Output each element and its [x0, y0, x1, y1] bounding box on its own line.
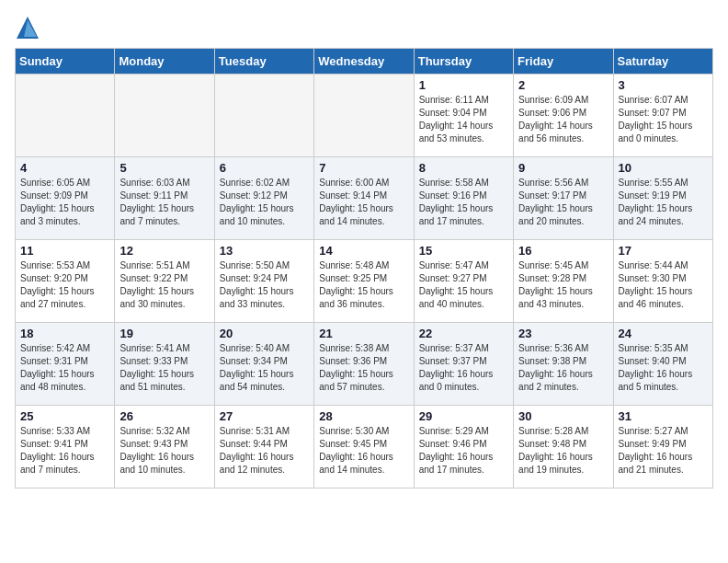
- calendar-cell: 28Sunrise: 5:30 AM Sunset: 9:45 PM Dayli…: [314, 406, 414, 488]
- day-number: 22: [419, 327, 508, 340]
- calendar-cell: 13Sunrise: 5:50 AM Sunset: 9:24 PM Dayli…: [214, 240, 313, 323]
- day-number: 17: [619, 244, 708, 258]
- day-info: Sunrise: 5:41 AM Sunset: 9:33 PM Dayligh…: [119, 342, 209, 394]
- day-info: Sunrise: 5:38 AM Sunset: 9:36 PM Dayligh…: [319, 342, 408, 394]
- calendar-week-row: 1Sunrise: 6:11 AM Sunset: 9:04 PM Daylig…: [16, 75, 713, 157]
- calendar-cell: 18Sunrise: 5:42 AM Sunset: 9:31 PM Dayli…: [16, 323, 115, 406]
- weekday-header: Thursday: [414, 49, 513, 75]
- day-number: 23: [518, 327, 608, 340]
- day-info: Sunrise: 5:48 AM Sunset: 9:25 PM Dayligh…: [319, 259, 408, 311]
- calendar-cell: 3Sunrise: 6:07 AM Sunset: 9:07 PM Daylig…: [613, 75, 712, 157]
- day-info: Sunrise: 5:40 AM Sunset: 9:34 PM Dayligh…: [220, 342, 309, 394]
- day-info: Sunrise: 6:05 AM Sunset: 9:09 PM Dayligh…: [20, 177, 109, 228]
- day-info: Sunrise: 5:28 AM Sunset: 9:48 PM Dayligh…: [518, 425, 608, 477]
- calendar-cell: 5Sunrise: 6:03 AM Sunset: 9:11 PM Daylig…: [115, 157, 214, 240]
- calendar-cell: 29Sunrise: 5:29 AM Sunset: 9:46 PM Dayli…: [414, 406, 513, 488]
- day-number: 31: [619, 409, 708, 423]
- day-number: 2: [518, 78, 608, 92]
- calendar-cell: [314, 75, 414, 157]
- day-info: Sunrise: 5:45 AM Sunset: 9:28 PM Dayligh…: [518, 259, 608, 311]
- day-number: 26: [119, 409, 209, 423]
- calendar-cell: 26Sunrise: 5:32 AM Sunset: 9:43 PM Dayli…: [115, 406, 214, 488]
- day-number: 28: [319, 409, 408, 423]
- day-number: 20: [220, 327, 309, 340]
- day-info: Sunrise: 5:35 AM Sunset: 9:40 PM Dayligh…: [619, 342, 708, 394]
- weekday-header: Tuesday: [214, 49, 313, 75]
- day-number: 14: [319, 244, 408, 258]
- day-info: Sunrise: 5:36 AM Sunset: 9:38 PM Dayligh…: [518, 342, 608, 394]
- calendar-cell: 7Sunrise: 6:00 AM Sunset: 9:14 PM Daylig…: [314, 157, 414, 240]
- day-info: Sunrise: 5:29 AM Sunset: 9:46 PM Dayligh…: [419, 425, 508, 477]
- calendar-cell: 20Sunrise: 5:40 AM Sunset: 9:34 PM Dayli…: [214, 323, 313, 406]
- calendar-cell: 23Sunrise: 5:36 AM Sunset: 9:38 PM Dayli…: [514, 323, 613, 406]
- calendar-header-row: SundayMondayTuesdayWednesdayThursdayFrid…: [16, 49, 713, 75]
- day-info: Sunrise: 5:33 AM Sunset: 9:41 PM Dayligh…: [20, 425, 109, 477]
- calendar-week-row: 4Sunrise: 6:05 AM Sunset: 9:09 PM Daylig…: [16, 157, 713, 240]
- day-info: Sunrise: 6:00 AM Sunset: 9:14 PM Dayligh…: [319, 177, 408, 228]
- day-info: Sunrise: 5:42 AM Sunset: 9:31 PM Dayligh…: [20, 342, 109, 394]
- weekday-header: Wednesday: [314, 49, 414, 75]
- calendar-cell: 11Sunrise: 5:53 AM Sunset: 9:20 PM Dayli…: [16, 240, 115, 323]
- day-info: Sunrise: 5:51 AM Sunset: 9:22 PM Dayligh…: [119, 259, 209, 311]
- day-number: 24: [619, 327, 708, 340]
- day-info: Sunrise: 5:58 AM Sunset: 9:16 PM Dayligh…: [419, 177, 508, 228]
- day-info: Sunrise: 5:44 AM Sunset: 9:30 PM Dayligh…: [619, 259, 708, 311]
- day-number: 29: [419, 409, 508, 423]
- calendar-cell: 24Sunrise: 5:35 AM Sunset: 9:40 PM Dayli…: [613, 323, 712, 406]
- day-number: 5: [119, 161, 209, 175]
- day-number: 9: [518, 161, 608, 175]
- day-number: 12: [119, 244, 209, 258]
- weekday-header: Friday: [514, 49, 613, 75]
- day-info: Sunrise: 5:56 AM Sunset: 9:17 PM Dayligh…: [518, 177, 608, 228]
- calendar-cell: 19Sunrise: 5:41 AM Sunset: 9:33 PM Dayli…: [115, 323, 214, 406]
- day-number: 3: [619, 78, 708, 92]
- calendar-cell: 16Sunrise: 5:45 AM Sunset: 9:28 PM Dayli…: [514, 240, 613, 323]
- weekday-header: Saturday: [613, 49, 712, 75]
- day-number: 13: [220, 244, 309, 258]
- calendar-cell: 25Sunrise: 5:33 AM Sunset: 9:41 PM Dayli…: [16, 406, 115, 488]
- day-number: 7: [319, 161, 408, 175]
- day-number: 30: [518, 409, 608, 423]
- calendar-cell: 12Sunrise: 5:51 AM Sunset: 9:22 PM Dayli…: [115, 240, 214, 323]
- calendar-cell: 8Sunrise: 5:58 AM Sunset: 9:16 PM Daylig…: [414, 157, 513, 240]
- logo-icon: [15, 15, 40, 40]
- calendar-cell: 31Sunrise: 5:27 AM Sunset: 9:49 PM Dayli…: [613, 406, 712, 488]
- calendar-cell: 14Sunrise: 5:48 AM Sunset: 9:25 PM Dayli…: [314, 240, 414, 323]
- day-info: Sunrise: 5:27 AM Sunset: 9:49 PM Dayligh…: [619, 425, 708, 477]
- day-number: 15: [419, 244, 508, 258]
- calendar-table: SundayMondayTuesdayWednesdayThursdayFrid…: [15, 48, 713, 488]
- day-number: 21: [319, 327, 408, 340]
- day-info: Sunrise: 5:31 AM Sunset: 9:44 PM Dayligh…: [220, 425, 309, 477]
- calendar-cell: [214, 75, 313, 157]
- header: [15, 15, 713, 40]
- day-info: Sunrise: 5:55 AM Sunset: 9:19 PM Dayligh…: [619, 177, 708, 228]
- calendar-cell: 4Sunrise: 6:05 AM Sunset: 9:09 PM Daylig…: [16, 157, 115, 240]
- calendar-cell: 6Sunrise: 6:02 AM Sunset: 9:12 PM Daylig…: [214, 157, 313, 240]
- day-info: Sunrise: 5:47 AM Sunset: 9:27 PM Dayligh…: [419, 259, 508, 311]
- day-info: Sunrise: 5:32 AM Sunset: 9:43 PM Dayligh…: [119, 425, 209, 477]
- calendar-cell: 15Sunrise: 5:47 AM Sunset: 9:27 PM Dayli…: [414, 240, 513, 323]
- calendar-week-row: 11Sunrise: 5:53 AM Sunset: 9:20 PM Dayli…: [16, 240, 713, 323]
- day-number: 16: [518, 244, 608, 258]
- day-info: Sunrise: 6:03 AM Sunset: 9:11 PM Dayligh…: [119, 177, 209, 228]
- weekday-header: Monday: [115, 49, 214, 75]
- calendar-cell: 1Sunrise: 6:11 AM Sunset: 9:04 PM Daylig…: [414, 75, 513, 157]
- logo: [15, 15, 42, 40]
- day-info: Sunrise: 6:07 AM Sunset: 9:07 PM Dayligh…: [619, 94, 708, 145]
- calendar-cell: 21Sunrise: 5:38 AM Sunset: 9:36 PM Dayli…: [314, 323, 414, 406]
- day-number: 18: [20, 327, 109, 340]
- calendar-body: 1Sunrise: 6:11 AM Sunset: 9:04 PM Daylig…: [16, 75, 713, 488]
- day-number: 19: [119, 327, 209, 340]
- day-number: 27: [220, 409, 309, 423]
- calendar-cell: [115, 75, 214, 157]
- day-number: 1: [419, 78, 508, 92]
- weekday-header: Sunday: [16, 49, 115, 75]
- day-number: 6: [220, 161, 309, 175]
- day-info: Sunrise: 5:30 AM Sunset: 9:45 PM Dayligh…: [319, 425, 408, 477]
- day-number: 25: [20, 409, 109, 423]
- calendar-cell: 10Sunrise: 5:55 AM Sunset: 9:19 PM Dayli…: [613, 157, 712, 240]
- day-number: 8: [419, 161, 508, 175]
- day-info: Sunrise: 5:50 AM Sunset: 9:24 PM Dayligh…: [220, 259, 309, 311]
- calendar-cell: [16, 75, 115, 157]
- day-number: 11: [20, 244, 109, 258]
